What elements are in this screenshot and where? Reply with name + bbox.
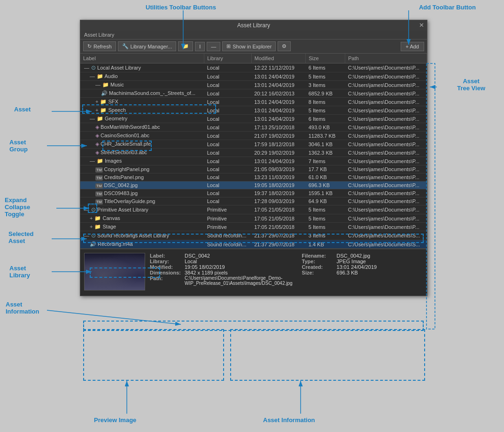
col-header-path: Path: [345, 54, 427, 63]
asset-library-window: Asset Library ✕ Asset Library ↻ Refresh …: [80, 20, 427, 296]
table-row[interactable]: —📁 Audio Local 13:01 24/04/2019 5 Items …: [80, 72, 427, 81]
asset-library-annotation: AssetLibrary: [9, 265, 30, 279]
preview-image: [84, 253, 145, 291]
col-header-modified: Modified: [251, 54, 306, 63]
table-row[interactable]: +📁 SFX Local 13:01 24/04/2019 8 Items C:…: [80, 98, 427, 106]
svg-rect-13: [426, 63, 435, 329]
table-row[interactable]: TM CreditsPanel.png Local 13:23 11/03/20…: [80, 173, 427, 181]
asset-information: Label: DSC_0042 Library: Local Modified:…: [150, 253, 423, 292]
folder-button[interactable]: 📁: [178, 41, 193, 51]
asset-info-dashed-box: [83, 321, 424, 331]
add-toolbar-annotation: Add Toolbar Button: [419, 4, 476, 11]
asset-info-left-annotation: AssetInformation: [6, 301, 39, 315]
table-row[interactable]: —📁 Music Local 13:01 24/04/2019 3 Items …: [80, 81, 427, 89]
info-created-row: Created: 13:01 24/04/2019: [302, 264, 423, 270]
col-header-size: Size: [306, 54, 345, 63]
cursor-button[interactable]: I: [195, 42, 205, 51]
table-row[interactable]: 🔊 Recording.m4a Sound recordin... 21:37 …: [80, 240, 427, 249]
refresh-button[interactable]: ↻ Refresh: [83, 41, 116, 51]
table-row[interactable]: TM CopyrightPanel.png Local 21:05 09/03/…: [80, 165, 427, 173]
library-manager-icon: 🔧: [122, 43, 129, 49]
add-button[interactable]: + Add: [401, 42, 424, 51]
folder-icon: 📁: [182, 43, 189, 49]
col-header-library: Library: [204, 54, 252, 63]
window-title: Asset Library: [237, 22, 270, 29]
table-row[interactable]: TM TitleOverlayGuide.png Local 17:28 09/…: [80, 197, 427, 205]
table-header: Label Library Modified Size Path: [80, 54, 427, 63]
minus-icon: —: [211, 44, 216, 49]
table-row[interactable]: TM DSC_0042.jpg Local 19:05 18/02/2019 6…: [80, 181, 427, 189]
svg-line-10: [47, 310, 181, 324]
asset-tree-view[interactable]: Label Library Modified Size Path —⊙ Loca…: [80, 54, 427, 249]
table-row[interactable]: +📁 Canvas Primitive 17:05 21/05/2018 5 I…: [80, 214, 427, 223]
close-button[interactable]: ✕: [419, 22, 424, 29]
info-filename-row: Filename: DSC_0042.jpg: [302, 253, 423, 259]
expand-collapse-annotation: ExpandCollapseToggle: [5, 196, 30, 218]
preview-dashed-box: [83, 329, 224, 381]
minus-button[interactable]: —: [207, 42, 220, 51]
selected-asset-annotation: SelectedAsset: [8, 230, 33, 244]
preview-image-annotation: Preview Image: [94, 416, 136, 424]
info-size-row: Size: 696.3 KB: [302, 270, 423, 275]
title-bar: Asset Library ✕: [80, 20, 427, 31]
table-row[interactable]: +📁 Stage Primitive 17:05 21/05/2018 5 It…: [80, 223, 427, 231]
info-library-row: Library: Local: [150, 259, 293, 264]
info-path-row: Path: C:\Users\james\Documents\Panelforg…: [150, 275, 293, 286]
asset-annotation: Asset: [14, 106, 31, 113]
table-row[interactable]: ◈ CasinoSection01.abc Local 21:07 19/02/…: [80, 132, 427, 140]
asset-tree-view-annotation: AssetTree View: [457, 78, 485, 92]
info-type-row: Type: JPEG Image: [302, 259, 423, 264]
library-manager-button[interactable]: 🔧 Library Manager...: [118, 41, 177, 51]
info-panel: Label: DSC_0042 Library: Local Modified:…: [80, 249, 427, 296]
table-row[interactable]: +📁 Speech Local 13:01 24/04/2019 5 Items…: [80, 106, 427, 115]
utilities-toolbar-annotation: Utilities Toolbar Buttons: [146, 4, 216, 11]
info-modified-row: Modified: 19:05 18/02/2019: [150, 264, 293, 270]
asset-table: Label Library Modified Size Path —⊙ Loca…: [80, 54, 427, 249]
settings-button[interactable]: ⚙: [278, 41, 291, 51]
show-in-explorer-button[interactable]: ⊞ Show in Explorer: [222, 41, 276, 51]
col-header-label: Label: [80, 54, 204, 63]
info-dimensions-row: Dimensions: 3842 x 1189 pixels: [150, 270, 293, 275]
gear-icon: ⚙: [282, 43, 287, 49]
table-row[interactable]: —⊙ Sound recordings Asset Library Sound …: [80, 231, 427, 240]
table-row[interactable]: ◈ CHR_JackieSmall.pfe Local 17:59 18/12/…: [80, 140, 427, 149]
table-row[interactable]: 🔊 MachinimaSound.com_-_Streets_of... Loc…: [80, 89, 427, 98]
table-row[interactable]: —⊙ Primitive Asset Library Primitive 17:…: [80, 205, 427, 214]
refresh-icon: ↻: [87, 43, 92, 49]
grid-icon: ⊞: [226, 43, 231, 49]
asset-group-annotation: AssetGroup: [9, 139, 28, 153]
table-row[interactable]: —📁 Images Local 13:01 24/04/2019 7 Items…: [80, 157, 427, 165]
panel-label: Asset Library: [80, 31, 427, 39]
table-row[interactable]: ◈ BoxManWithSword01.abc Local 17:13 25/1…: [80, 123, 427, 132]
table-row[interactable]: —⊙ Local Asset Library Local 12:22 11/12…: [80, 63, 427, 72]
table-row[interactable]: ◈ StreetSection03.abc Local 20:29 19/02/…: [80, 149, 427, 157]
table-row[interactable]: —📁 Geometry Local 13:01 24/04/2019 6 Ite…: [80, 115, 427, 123]
toolbar: ↻ Refresh 🔧 Library Manager... 📁 I — ⊞ S…: [80, 39, 427, 54]
asset-information-bottom-annotation: Asset Information: [263, 416, 315, 424]
table-row[interactable]: TM DSC09483.jpg Local 19:37 18/02/2019 1…: [80, 189, 427, 197]
info-bottom-dashed-box: [230, 329, 425, 381]
info-label-row: Label: DSC_0042: [150, 253, 293, 259]
cursor-icon: I: [199, 44, 201, 49]
